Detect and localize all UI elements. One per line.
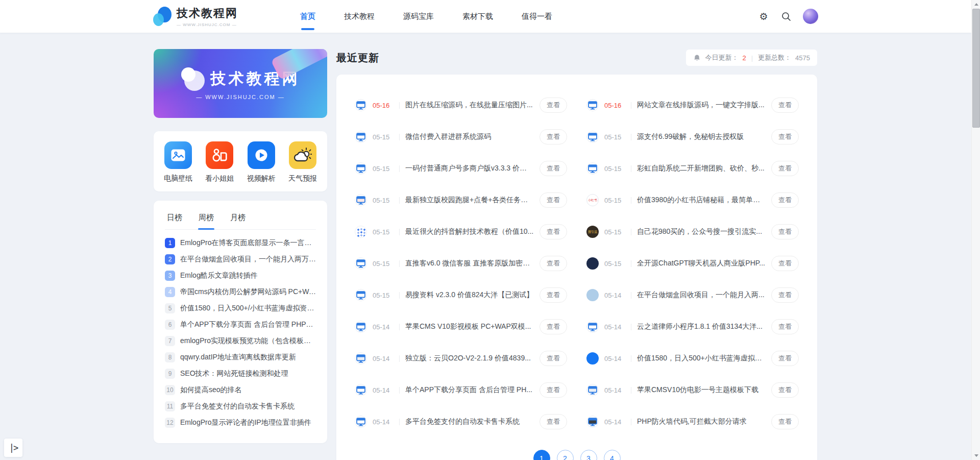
site-favicon: 小红书	[586, 194, 599, 206]
quick-app-label: 看小姐姐	[205, 174, 234, 183]
view-button[interactable]: 查看	[540, 414, 567, 429]
view-button[interactable]: 查看	[771, 129, 799, 144]
site-favicon	[355, 99, 367, 111]
article-title: 苹果CMSV10仿电影一号主题模板下载	[637, 385, 766, 395]
ranking-tab[interactable]: 周榜	[198, 209, 215, 229]
nav-item[interactable]: 素材下载	[460, 0, 495, 33]
date-title-divider	[631, 229, 631, 235]
user-avatar[interactable]	[803, 9, 818, 24]
pagination-button[interactable]: 2	[557, 450, 574, 460]
quick-app-item[interactable]: 看小姐姐	[205, 141, 234, 183]
view-button[interactable]: 查看	[771, 98, 799, 113]
logo-icon	[153, 7, 172, 26]
article-row[interactable]: 搜引流 05-15 自己花980买的，公众号搜一搜引流实... 查看	[586, 216, 799, 248]
site-favicon	[586, 257, 599, 270]
article-row[interactable]: 05-14 在平台做烟盒回收项目，一个能月入两... 查看	[586, 279, 799, 311]
date-title-divider	[631, 260, 631, 267]
view-button[interactable]: 查看	[771, 161, 799, 176]
site-favicon: 搜引流	[586, 226, 599, 238]
ranking-list-item[interactable]: 8 qqwry.datIP地址查询离线数据库更新	[165, 349, 316, 366]
view-button[interactable]: 查看	[540, 224, 567, 239]
pagination-button[interactable]: 1	[533, 450, 550, 460]
article-row[interactable]: 05-14 多平台免签支付的自动发卡售卡系统 查看	[355, 406, 567, 438]
search-icon[interactable]	[780, 11, 792, 22]
ranking-list-item[interactable]: 3 Emlog酷乐文章跳转插件	[165, 268, 316, 284]
view-button[interactable]: 查看	[540, 129, 567, 144]
article-row[interactable]: 05-14 云之道律师小程序1.8.1 价值3134大洋... 查看	[586, 311, 799, 343]
view-button[interactable]: 查看	[540, 319, 567, 334]
view-button[interactable]: 查看	[771, 351, 799, 366]
view-button[interactable]: 查看	[771, 287, 799, 303]
view-button[interactable]: 查看	[771, 319, 799, 334]
view-button[interactable]: 查看	[540, 256, 567, 271]
sidebar-expander-button[interactable]: |>	[4, 439, 22, 457]
view-button[interactable]: 查看	[771, 414, 799, 429]
article-row[interactable]: 05-15 易搜资料 v2.3.0 价值824大洋【已测试】 查看	[355, 279, 567, 311]
rank-number-badge: 10	[165, 385, 175, 395]
top-header: 技术教程网 — WWW.JISHUJC.COM — 首页技术教程源码宝库素材下载…	[0, 0, 971, 33]
article-row[interactable]: 05-16 图片在线压缩源码，在线批量压缩图片... 查看	[355, 89, 567, 121]
article-row[interactable]: 05-14 PHP防火墙代码,可拦截大部分请求 查看	[586, 406, 799, 438]
page-title: 最近更新	[336, 51, 379, 65]
scrollbar-up-arrow[interactable]	[972, 0, 980, 9]
ranking-list-item[interactable]: 10 如何提高seo的排名	[165, 382, 316, 398]
ranking-tab[interactable]: 日榜	[166, 209, 183, 229]
nav-item[interactable]: 首页	[298, 0, 317, 33]
view-button[interactable]: 查看	[771, 382, 799, 398]
pagination-button[interactable]: 3	[580, 450, 597, 460]
article-row[interactable]: 05-15 直推客v6.0 微信客服 直推客原版加密测... 查看	[355, 248, 567, 279]
view-button[interactable]: 查看	[771, 224, 799, 239]
site-favicon	[586, 321, 599, 333]
pagination: 1234	[355, 450, 799, 460]
rank-number-badge: 8	[165, 352, 175, 362]
ranking-list-item[interactable]: 1 EmlogPro在博客页面底部显示一条一言（Hi...	[165, 235, 316, 251]
article-row[interactable]: 05-14 价值1580，日入500+小红书蓝海虚拟资... 查看	[586, 343, 799, 374]
pagination-button[interactable]: 4	[604, 450, 621, 460]
article-row[interactable]: 05-14 苹果CMSV10仿电影一号主题模板下载 查看	[586, 374, 799, 406]
nav-item[interactable]: 技术教程	[342, 0, 377, 33]
browser-scrollbar[interactable]	[971, 0, 980, 460]
article-date: 05-15	[604, 133, 625, 141]
article-row[interactable]: 05-15 全开源ChatGPT聊天机器人商业版PHP... 查看	[586, 248, 799, 279]
view-button[interactable]: 查看	[540, 98, 567, 113]
article-row[interactable]: 05-15 最近很火的抖音解封技术教程（价值10... 查看	[355, 216, 567, 248]
ranking-list-item[interactable]: 11 多平台免签支付的自动发卡售卡系统	[165, 398, 316, 415]
view-button[interactable]: 查看	[540, 382, 567, 398]
sidebar-banner[interactable]: 技术教程网 — WWW.JISHUJC.COM —	[154, 49, 327, 118]
view-button[interactable]: 查看	[540, 161, 567, 176]
ranking-list-item[interactable]: 9 SEO技术：网站死链接检测和处理	[165, 366, 316, 382]
ranking-list-item[interactable]: 5 价值1580，日入500+/小红书蓝海虚拟资料...	[165, 300, 316, 317]
scrollbar-thumb[interactable]	[972, 9, 980, 128]
article-row[interactable]: 05-15 一码付普通商户号多商户版v3.3.3 价值1... 查看	[355, 153, 567, 184]
ranking-list-item[interactable]: 2 在平台做烟盒回收项目，一个能月入两万的...	[165, 251, 316, 268]
article-row[interactable]: 05-15 彩虹自助系统二开新增团购、砍价、秒... 查看	[586, 153, 799, 184]
quick-app-item[interactable]: 视频解析	[247, 141, 276, 183]
article-row[interactable]: 05-16 网站文章在线排版源码，一键文字排版... 查看	[586, 89, 799, 121]
ranking-list-item[interactable]: 6 单个APP下载分享页面 含后台管理 PHP网...	[165, 317, 316, 333]
article-row[interactable]: 05-14 单个APP下载分享页面 含后台管理 PH... 查看	[355, 374, 567, 406]
article-row[interactable]: 05-14 独立版：云贝O2O-V2-2.1.9 价值4839... 查看	[355, 343, 567, 374]
article-row[interactable]: 05-15 最新独立版校园跑腿+点餐+各类任务等... 查看	[355, 184, 567, 216]
ranking-list-item[interactable]: 7 emlogPro实现模板预览功能（包含模板设置...	[165, 333, 316, 349]
article-row[interactable]: 05-14 苹果CMS V10影视模板 PC+WAP双模... 查看	[355, 311, 567, 343]
article-row[interactable]: 小红书 05-15 价值3980的小红书店铺秘籍，最简单教... 查看	[586, 184, 799, 216]
view-button[interactable]: 查看	[771, 192, 799, 208]
article-row[interactable]: 05-15 源支付6.99破解，免秘钥去授权版 查看	[586, 121, 799, 153]
site-favicon	[355, 162, 367, 175]
ranking-list-item[interactable]: 4 帝国cms内核仿周公解梦网站源码 PC+WAP...	[165, 284, 316, 300]
nav-item[interactable]: 值得一看	[520, 0, 554, 33]
view-button[interactable]: 查看	[771, 256, 799, 271]
scrollbar-down-arrow[interactable]	[972, 451, 980, 460]
article-row[interactable]: 05-15 微信付费入群进群系统源码 查看	[355, 121, 567, 153]
articles-column-left: 05-16 图片在线压缩源码，在线批量压缩图片... 查看 05-15 微信付费…	[355, 89, 567, 438]
view-button[interactable]: 查看	[540, 287, 567, 303]
view-button[interactable]: 查看	[540, 192, 567, 208]
settings-gear-icon[interactable]: ⚙	[758, 11, 769, 22]
site-logo[interactable]: 技术教程网 — WWW.JISHUJC.COM —	[153, 6, 238, 27]
quick-app-item[interactable]: 天气预报	[288, 141, 317, 183]
ranking-tab[interactable]: 月榜	[229, 209, 247, 229]
view-button[interactable]: 查看	[540, 351, 567, 366]
ranking-list-item[interactable]: 12 EmlogPro显示评论者的IP地理位置非插件	[165, 415, 316, 431]
nav-item[interactable]: 源码宝库	[401, 0, 436, 33]
quick-app-item[interactable]: 电脑壁纸	[164, 141, 192, 183]
